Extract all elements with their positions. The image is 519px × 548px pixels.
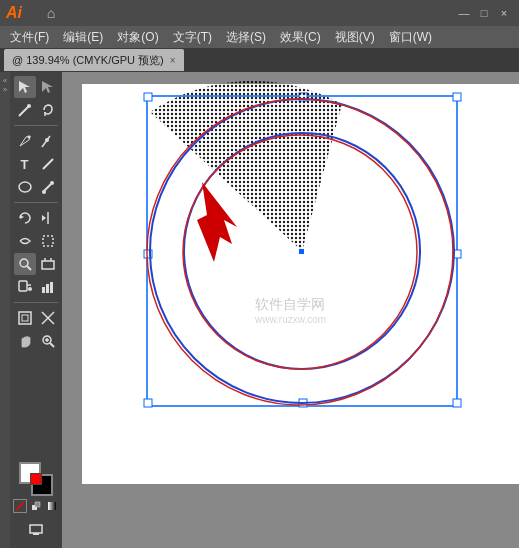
close-button[interactable]: × bbox=[495, 4, 513, 22]
menu-item-v[interactable]: 视图(V) bbox=[329, 27, 381, 48]
menu-item-w[interactable]: 窗口(W) bbox=[383, 27, 438, 48]
svg-line-32 bbox=[50, 343, 54, 347]
collapse-icon: « bbox=[3, 76, 7, 85]
svg-line-35 bbox=[16, 502, 24, 510]
direct-select-tool[interactable] bbox=[37, 76, 59, 98]
svg-point-8 bbox=[19, 182, 31, 192]
menu-item-s[interactable]: 选择(S) bbox=[220, 27, 272, 48]
free-transform-tool[interactable] bbox=[37, 230, 59, 252]
add-anchor-tool[interactable] bbox=[37, 130, 59, 152]
line-segment-tool[interactable] bbox=[37, 153, 59, 175]
type-tools-row: T bbox=[14, 153, 59, 175]
hand-zoom-row bbox=[14, 330, 59, 352]
graph-tool[interactable] bbox=[37, 276, 59, 298]
pen-tool[interactable] bbox=[14, 130, 36, 152]
app-logo: Ai bbox=[6, 4, 34, 22]
maximize-button[interactable]: □ bbox=[475, 4, 493, 22]
separator-1 bbox=[14, 125, 58, 126]
menu-bar: 文件(F)编辑(E)对象(O)文字(T)选择(S)效果(C)视图(V)窗口(W) bbox=[0, 26, 519, 48]
svg-rect-40 bbox=[33, 533, 39, 535]
handle-bl bbox=[144, 399, 152, 407]
menu-item-f[interactable]: 文件(F) bbox=[4, 27, 55, 48]
screen-mode-tools bbox=[25, 518, 47, 544]
menu-item-e[interactable]: 编辑(E) bbox=[57, 27, 109, 48]
artboard-tool[interactable] bbox=[14, 307, 36, 329]
color-mode-icon[interactable] bbox=[29, 499, 43, 513]
tab-close-button[interactable]: × bbox=[170, 55, 176, 66]
svg-point-16 bbox=[20, 259, 28, 267]
transform-tools-row bbox=[14, 207, 59, 229]
warp-tool[interactable] bbox=[14, 230, 36, 252]
handle-tr bbox=[453, 93, 461, 101]
left-toolbar: T bbox=[10, 72, 62, 548]
lasso-tool[interactable] bbox=[37, 99, 59, 121]
svg-rect-37 bbox=[35, 502, 40, 507]
svg-point-3 bbox=[27, 104, 31, 108]
data-tool[interactable] bbox=[37, 253, 59, 275]
rotate-tool[interactable] bbox=[14, 207, 36, 229]
svg-point-5 bbox=[27, 136, 30, 139]
svg-line-2 bbox=[19, 106, 29, 116]
gradient-icon[interactable] bbox=[45, 499, 59, 513]
svg-rect-26 bbox=[50, 282, 53, 293]
menu-item-t[interactable]: 文字(T) bbox=[167, 27, 218, 48]
svg-marker-12 bbox=[20, 215, 24, 219]
svg-marker-1 bbox=[42, 81, 53, 93]
none-color-icon[interactable] bbox=[13, 499, 27, 513]
pen-tools-row bbox=[14, 130, 59, 152]
handle-tl bbox=[144, 93, 152, 101]
select-tool[interactable] bbox=[14, 76, 36, 98]
foreground-color[interactable] bbox=[19, 462, 41, 484]
color-palette bbox=[9, 458, 63, 517]
artboard-tools-row bbox=[14, 307, 59, 329]
svg-rect-21 bbox=[19, 281, 27, 291]
separator-2 bbox=[14, 202, 58, 203]
hand-tool[interactable] bbox=[14, 330, 36, 352]
svg-marker-0 bbox=[19, 81, 30, 93]
svg-rect-24 bbox=[42, 287, 45, 293]
main-area: « » bbox=[0, 72, 519, 548]
svg-marker-14 bbox=[42, 215, 46, 221]
separator-3 bbox=[14, 302, 58, 303]
menu-item-o[interactable]: 对象(O) bbox=[111, 27, 164, 48]
magic-wand-tool[interactable] bbox=[14, 99, 36, 121]
symbol-tools-row bbox=[14, 276, 59, 298]
minimize-button[interactable]: — bbox=[455, 4, 473, 22]
ellipse-tool[interactable] bbox=[14, 176, 36, 198]
magic-lasso-row bbox=[14, 99, 59, 121]
svg-point-6 bbox=[45, 138, 49, 142]
paintbrush-tool[interactable] bbox=[37, 176, 59, 198]
shape-tools-row bbox=[14, 176, 59, 198]
expand-icon: » bbox=[3, 85, 7, 94]
svg-rect-39 bbox=[30, 525, 42, 533]
handle-br bbox=[453, 399, 461, 407]
warp-tools-row bbox=[14, 230, 59, 252]
symbol-sprayer-tool[interactable] bbox=[14, 276, 36, 298]
svg-point-10 bbox=[50, 181, 54, 185]
screen-mode-button[interactable] bbox=[25, 518, 47, 540]
eraser-zoom-tool[interactable] bbox=[14, 253, 36, 275]
svg-rect-18 bbox=[42, 261, 54, 269]
zoom-tool[interactable] bbox=[37, 330, 59, 352]
svg-rect-28 bbox=[22, 315, 28, 321]
color-mode-icons bbox=[13, 499, 59, 513]
svg-rect-38 bbox=[48, 502, 56, 510]
home-icon[interactable]: ⌂ bbox=[40, 2, 62, 24]
menu-item-c[interactable]: 效果(C) bbox=[274, 27, 327, 48]
svg-line-17 bbox=[27, 266, 31, 270]
svg-point-23 bbox=[28, 287, 32, 291]
blend-puppet-row bbox=[14, 253, 59, 275]
document-tab[interactable]: @ 139.94% (CMYK/GPU 预览) × bbox=[4, 49, 184, 71]
tab-bar: @ 139.94% (CMYK/GPU 预览) × bbox=[0, 48, 519, 72]
svg-rect-25 bbox=[46, 284, 49, 293]
svg-line-7 bbox=[43, 159, 53, 169]
title-bar: Ai ⌂ — □ × bbox=[0, 0, 519, 26]
canvas-svg bbox=[62, 72, 519, 548]
color-squares[interactable] bbox=[19, 462, 53, 496]
svg-rect-27 bbox=[19, 312, 31, 324]
tab-label: @ 139.94% (CMYK/GPU 预览) bbox=[12, 53, 164, 68]
type-tool[interactable]: T bbox=[14, 153, 36, 175]
slice-tool[interactable] bbox=[37, 307, 59, 329]
reflect-tool[interactable] bbox=[37, 207, 59, 229]
canvas-area[interactable]: 软件自学网 www.ruzxw.com bbox=[62, 72, 519, 548]
